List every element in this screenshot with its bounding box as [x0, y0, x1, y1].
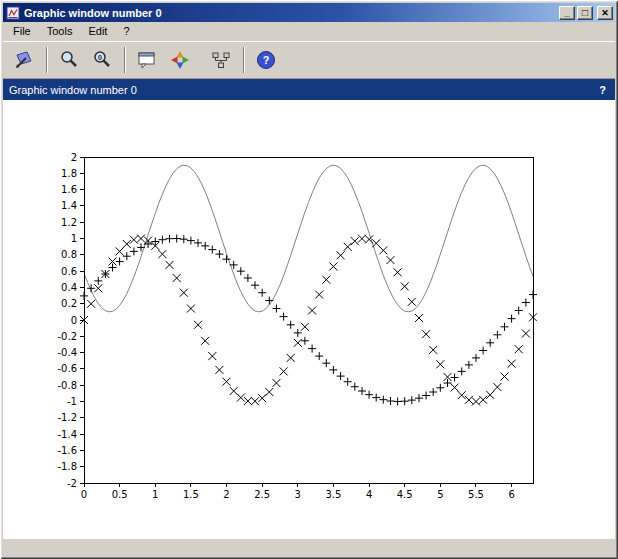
data-editor-icon: [210, 49, 232, 71]
svg-text:-0.6: -0.6: [57, 363, 77, 374]
toolbar-data-editor-button[interactable]: [206, 45, 236, 75]
menu-tools[interactable]: Tools: [39, 23, 81, 40]
svg-text:-1: -1: [67, 396, 77, 407]
svg-text:2: 2: [71, 152, 77, 163]
svg-text:-1.6: -1.6: [57, 445, 77, 456]
svg-text:1.6: 1.6: [61, 184, 77, 195]
ged-icon: [136, 49, 158, 71]
svg-text:?: ?: [263, 54, 270, 66]
title-bar[interactable]: Graphic window number 0 _ □ ✕: [3, 3, 615, 22]
svg-text:-1.4: -1.4: [57, 429, 77, 440]
export-icon: [13, 49, 35, 71]
svg-text:4.5: 4.5: [397, 489, 413, 500]
toolbar-separator: [124, 47, 126, 73]
toolbar-rotation-button[interactable]: [165, 45, 195, 75]
svg-text:0: 0: [98, 53, 102, 60]
menu-edit[interactable]: Edit: [80, 23, 115, 40]
svg-text:-2: -2: [67, 478, 77, 489]
toolbar-unzoom-button[interactable]: 0: [87, 45, 117, 75]
svg-text:2.5: 2.5: [254, 489, 270, 500]
toolbar: 0: [3, 41, 615, 79]
help-icon: ?: [255, 49, 277, 71]
toolbar-ged-button[interactable]: [132, 45, 162, 75]
svg-text:1: 1: [152, 489, 158, 500]
zoom-area-icon: [58, 49, 80, 71]
status-bar: [3, 538, 615, 556]
toolbar-export-button[interactable]: [9, 45, 39, 75]
close-button[interactable]: ✕: [597, 6, 613, 20]
toolbar-zoom-area-button[interactable]: [54, 45, 84, 75]
rotation-icon: [169, 49, 191, 71]
svg-text:4: 4: [366, 489, 372, 500]
svg-text:1.2: 1.2: [61, 217, 77, 228]
svg-text:1.8: 1.8: [61, 168, 77, 179]
svg-text:6: 6: [508, 489, 514, 500]
svg-text:0.2: 0.2: [61, 298, 77, 309]
svg-text:1.5: 1.5: [183, 489, 199, 500]
unzoom-icon: 0: [91, 49, 113, 71]
svg-text:3: 3: [295, 489, 301, 500]
toolbar-separator: [46, 47, 48, 73]
svg-text:1: 1: [71, 233, 77, 244]
window-title: Graphic window number 0: [24, 7, 557, 19]
infobar-help-button[interactable]: ?: [599, 84, 606, 96]
menu-help[interactable]: ?: [115, 23, 137, 40]
svg-text:-1.8: -1.8: [57, 461, 77, 472]
infobar-text: Graphic window number 0: [9, 84, 599, 96]
svg-text:0: 0: [71, 315, 77, 326]
plot-canvas: 00.511.522.533.544.555.5621.81.61.41.210…: [3, 100, 615, 538]
svg-text:-0.2: -0.2: [57, 331, 77, 342]
svg-text:0.5: 0.5: [112, 489, 128, 500]
svg-text:0.6: 0.6: [61, 266, 77, 277]
menu-file[interactable]: File: [5, 23, 39, 40]
menu-bar: File Tools Edit ?: [3, 22, 615, 41]
svg-text:5.5: 5.5: [468, 489, 484, 500]
svg-text:3.5: 3.5: [325, 489, 341, 500]
svg-text:-0.4: -0.4: [57, 347, 77, 358]
svg-text:-1.2: -1.2: [57, 412, 77, 423]
svg-text:0: 0: [81, 489, 87, 500]
window-icon[interactable]: [6, 6, 20, 20]
info-bar: Graphic window number 0 ?: [3, 79, 615, 100]
svg-text:2: 2: [223, 489, 229, 500]
plot-area: 00.511.522.533.544.555.5621.81.61.41.210…: [3, 100, 615, 538]
svg-text:1.4: 1.4: [61, 200, 77, 211]
svg-text:0.4: 0.4: [61, 282, 77, 293]
toolbar-separator: [243, 47, 245, 73]
maximize-button[interactable]: □: [577, 6, 593, 20]
svg-text:5: 5: [437, 489, 443, 500]
toolbar-help-button[interactable]: ?: [251, 45, 281, 75]
graphic-window: Graphic window number 0 _ □ ✕ File Tools…: [0, 0, 618, 559]
minimize-button[interactable]: _: [559, 6, 575, 20]
svg-text:0.8: 0.8: [61, 249, 77, 260]
svg-text:-0.8: -0.8: [57, 380, 77, 391]
